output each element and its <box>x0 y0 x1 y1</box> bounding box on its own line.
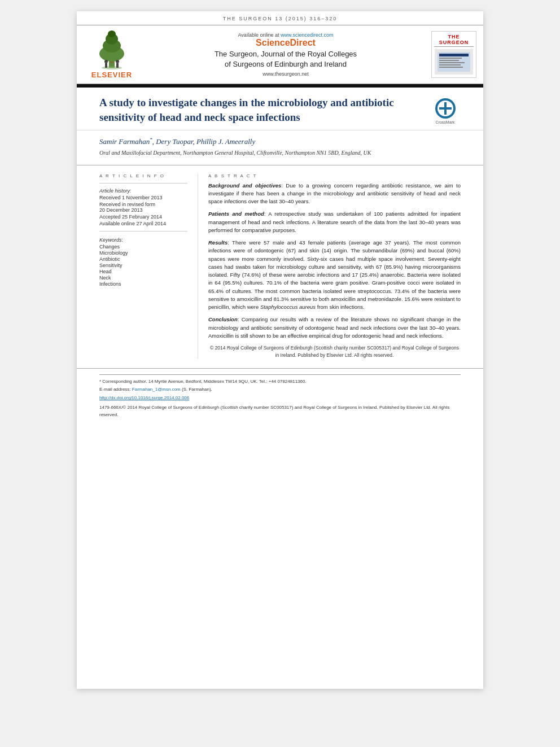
email-suffix: (S. Farmahan). <box>182 387 212 392</box>
surgeon-logo-title: THE SURGEON <box>434 34 474 47</box>
copyright-text: © 2014 Royal College of Surgeons of Edin… <box>208 344 461 359</box>
abstract-conclusion: Conclusion: Comparing our results with a… <box>208 316 461 340</box>
svg-rect-14 <box>439 58 462 59</box>
svg-rect-8 <box>105 63 107 68</box>
sciencedirect-brand: ScienceDirect <box>146 38 426 48</box>
svg-rect-13 <box>439 54 469 56</box>
keyword-head: Head <box>99 269 187 274</box>
crossmark-label: CrossMark <box>436 120 455 124</box>
abstract-column: A B S T R A C T Background and objective… <box>198 173 461 359</box>
crossmark-box: CrossMark <box>430 98 461 124</box>
article-title: A study to investigate changes in the mi… <box>99 95 424 124</box>
footer-section: * Corresponding author. 14 Myrtle Avenue… <box>77 368 483 419</box>
available-online-text: Available online at www.sciencedirect.co… <box>146 32 426 38</box>
article-title-section: A study to investigate changes in the mi… <box>77 88 483 130</box>
abstract-patients: Patients and method: A retrospective stu… <box>208 210 461 234</box>
corresponding-text: * Corresponding author. 14 Myrtle Avenue… <box>99 379 307 384</box>
svg-rect-18 <box>439 67 463 68</box>
svg-rect-10 <box>116 63 119 68</box>
article-info-column: A R T I C L E I N F O Article history: R… <box>99 173 198 359</box>
keyword-changes: Changes <box>99 244 187 250</box>
info-divider-2 <box>99 231 187 231</box>
conclusion-label: Conclusion <box>208 316 238 322</box>
email-note: E-mail address: Farmahan_1@msn.com (S. F… <box>99 386 461 394</box>
svg-point-1 <box>102 66 122 69</box>
info-divider-1 <box>99 183 187 184</box>
journal-title-header: The Surgeon, Journal of the Royal Colleg… <box>146 49 426 69</box>
received-1: Received 1 November 2013 <box>99 195 187 200</box>
content-columns: A R T I C L E I N F O Article history: R… <box>77 165 483 359</box>
page: THE SURGEON 13 (2015) 316–320 <box>77 11 483 689</box>
svg-point-9 <box>116 60 119 63</box>
crossmark-icon <box>435 98 456 119</box>
authors-text: Samir Farmahan*, Dery Tuopar, Phillip J.… <box>99 137 255 146</box>
keyword-infections: Infections <box>99 281 187 287</box>
journal-line: THE SURGEON 13 (2015) 316–320 <box>77 11 483 25</box>
svg-rect-22 <box>439 107 452 110</box>
abstract-results: Results: There were 57 male and 43 femal… <box>208 239 461 311</box>
results-label: Results <box>208 239 228 246</box>
keywords-label: Keywords: <box>99 237 187 243</box>
keyword-neck: Neck <box>99 275 187 281</box>
corresponding-note: * Corresponding author. 14 Myrtle Avenue… <box>99 378 461 386</box>
patients-label: Patients and method <box>208 211 264 217</box>
footer-copyright: 1479-666X/© 2014 Royal College of Surgeo… <box>99 404 461 419</box>
abstract-background: Background and objectives: Due to a grow… <box>208 182 461 206</box>
surgeon-logo-image-icon <box>435 49 473 75</box>
conclusion-text: : Comparing our results with a review of… <box>208 316 461 339</box>
background-label: Background and objectives <box>208 182 281 189</box>
email-link[interactable]: Farmahan_1@msn.com <box>132 387 181 392</box>
svg-rect-15 <box>439 60 459 61</box>
received-revised: Received in revised form20 December 2013 <box>99 202 187 213</box>
affiliation-text: Oral and Maxillofacial Department, North… <box>99 148 461 157</box>
history-label: Article history: <box>99 188 187 194</box>
doi-note: http://dx.doi.org/10.1016/j.surge.2014.0… <box>99 395 461 402</box>
elsevier-tree-icon <box>89 30 134 69</box>
authors-line: Samir Farmahan*, Dery Tuopar, Phillip J.… <box>99 136 461 146</box>
svg-rect-17 <box>439 64 461 65</box>
keyword-sensitivity: Sensitivity <box>99 263 187 268</box>
keyword-antibiotic: Antibiotic <box>99 256 187 262</box>
elsevier-brand-text: ELSEVIER <box>91 71 132 79</box>
footer-divider <box>99 374 461 375</box>
elsevier-logo: ELSEVIER <box>84 30 140 79</box>
results-text: : There were 57 male and 43 female patie… <box>208 239 461 310</box>
svg-point-7 <box>104 60 108 63</box>
available-online: Available online 27 April 2014 <box>99 221 187 226</box>
article-info-heading: A R T I C L E I N F O <box>99 173 187 178</box>
accepted: Accepted 25 February 2014 <box>99 214 187 220</box>
header-banner: ELSEVIER Available online at www.science… <box>77 25 483 84</box>
svg-point-6 <box>108 30 116 37</box>
svg-rect-16 <box>439 62 465 63</box>
keywords-section: Keywords: Changes Microbiology Antibioti… <box>99 237 187 287</box>
authors-section: Samir Farmahan*, Dery Tuopar, Phillip J.… <box>77 130 483 160</box>
doi-link[interactable]: http://dx.doi.org/10.1016/j.surge.2014.0… <box>99 395 189 400</box>
abstract-heading: A B S T R A C T <box>208 173 461 178</box>
keyword-microbiology: Microbiology <box>99 250 187 256</box>
email-label: E-mail address: <box>99 387 131 392</box>
surgeon-logo-box: THE SURGEON <box>431 31 476 78</box>
header-center: Available online at www.sciencedirect.co… <box>146 32 426 77</box>
journal-website: www.thesurgeon.net <box>146 71 426 77</box>
